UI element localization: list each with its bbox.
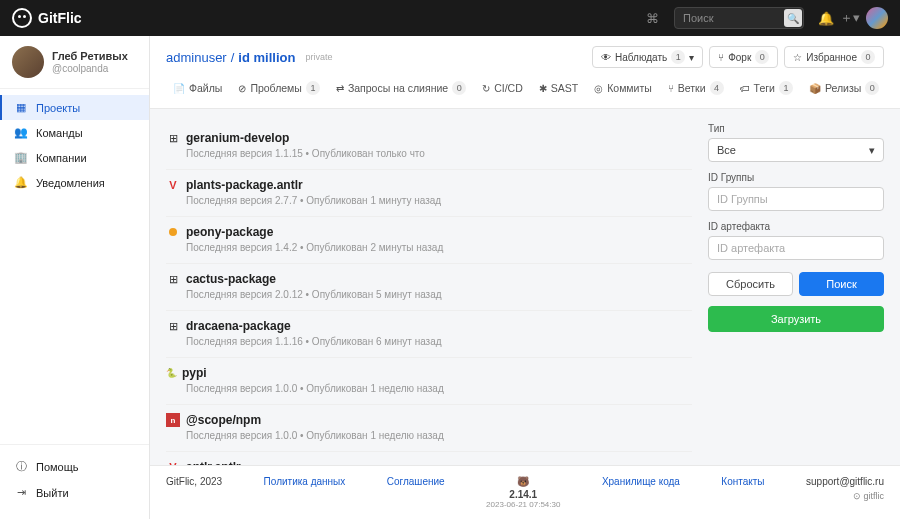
tab-icon: 🏷 (740, 83, 750, 94)
tab-count: 4 (710, 81, 724, 95)
filter-type-select[interactable]: Все ▾ (708, 138, 884, 162)
package-row[interactable]: V plants-package.antlr Последняя версия … (166, 170, 692, 217)
repo-name-link[interactable]: id million (238, 50, 295, 65)
tab-7[interactable]: 🏷Теги1 (733, 76, 800, 102)
brand[interactable]: GitFlic (12, 8, 82, 28)
package-row[interactable]: ⊞ geranium-develop Последняя версия 1.1.… (166, 123, 692, 170)
repo-owner-link[interactable]: adminuser (166, 50, 227, 65)
nav-icon: ⇥ (14, 486, 28, 499)
avatar-menu[interactable] (866, 7, 888, 29)
plus-icon[interactable]: ＋▾ (838, 6, 862, 30)
filters-panel: Тип Все ▾ ID Группы ID артефакта Сбросит… (708, 123, 884, 451)
sidebar-bottom: ⓘПомощь⇥Выйти (0, 444, 149, 519)
footer-contacts-link[interactable]: Контакты (721, 476, 764, 487)
package-row[interactable]: V antlr.antlr Последняя версия 2.7.7 • О… (166, 452, 692, 465)
sidebar-bottom-item-1[interactable]: ⇥Выйти (0, 480, 149, 505)
package-meta: Последняя версия 1.0.0 • Опубликован 1 н… (186, 383, 692, 394)
nav-icon: ⓘ (14, 459, 28, 474)
chevron-down-icon: ▾ (869, 144, 875, 157)
tab-4[interactable]: ✱SAST (532, 76, 585, 102)
fork-icon: ⑂ (718, 52, 724, 63)
tab-icon: ⑂ (668, 83, 674, 94)
package-row[interactable]: 🐍 pypi Последняя версия 1.0.0 • Опублико… (166, 358, 692, 405)
global-search-button[interactable]: 🔍 (784, 9, 802, 27)
bell-icon[interactable]: 🔔 (814, 6, 838, 30)
reset-button[interactable]: Сбросить (708, 272, 793, 296)
package-row[interactable]: ⊞ dracaena-package Последняя версия 1.1.… (166, 311, 692, 358)
maven-icon: V (166, 178, 180, 192)
filter-group-input[interactable] (708, 187, 884, 211)
tab-icon: 📦 (809, 83, 821, 94)
user-name: Глеб Ретивых (52, 50, 128, 63)
tab-3[interactable]: ↻CI/CD (475, 76, 530, 102)
npm-icon: n (166, 413, 180, 427)
repo-actions: 👁 Наблюдать 1 ▾ ⑂ Форк 0 ☆ Избранное 0 (592, 46, 884, 68)
tab-6[interactable]: ⑂Ветки4 (661, 76, 731, 102)
nav-label: Выйти (36, 487, 69, 499)
watch-button[interactable]: 👁 Наблюдать 1 ▾ (592, 46, 703, 68)
package-name: plants-package.antlr (186, 178, 303, 192)
tab-0[interactable]: 📄Файлы (166, 76, 229, 102)
sidebar-nav: ▦Проекты👥Команды🏢Компании🔔Уведомления (0, 89, 149, 201)
sidebar-item-0[interactable]: ▦Проекты (0, 95, 149, 120)
footer-copyright: GitFlic, 2023 (166, 476, 222, 487)
footer-storage-link[interactable]: Хранилище кода (602, 476, 680, 487)
footer-agreement-link[interactable]: Соглашение (387, 476, 445, 487)
footer-support-email[interactable]: support@gitflic.ru (806, 476, 884, 487)
topbar: GitFlic ⌘ 🔍 🔔 ＋▾ (0, 0, 900, 36)
tab-count: 0 (452, 81, 466, 95)
footer-policy-link[interactable]: Политика данных (264, 476, 346, 487)
sidebar-item-1[interactable]: 👥Команды (0, 120, 149, 145)
chevron-down-icon: ▾ (689, 52, 694, 63)
tab-5[interactable]: ◎Коммиты (587, 76, 659, 102)
fork-label: Форк (728, 52, 751, 63)
upload-button[interactable]: Загрузить (708, 306, 884, 332)
package-list: ⊞ geranium-develop Последняя версия 1.1.… (166, 123, 692, 451)
filter-group-label: ID Группы (708, 172, 884, 183)
user-avatar (12, 46, 44, 78)
tab-count: 1 (779, 81, 793, 95)
package-meta: Последняя версия 1.4.2 • Опубликован 2 м… (186, 242, 692, 253)
footer-github[interactable]: gitflic (863, 491, 884, 501)
package-meta: Последняя версия 2.0.12 • Опубликован 5 … (186, 289, 692, 300)
tab-1[interactable]: ⊘Проблемы1 (231, 76, 327, 102)
package-row[interactable]: peony-package Последняя версия 1.4.2 • О… (166, 217, 692, 264)
tab-label: Файлы (189, 82, 222, 94)
tab-8[interactable]: 📦Релизы0 (802, 76, 884, 102)
tab-icon: ⊘ (238, 83, 246, 94)
sidebar-item-2[interactable]: 🏢Компании (0, 145, 149, 170)
tab-icon: 📄 (173, 83, 185, 94)
package-row[interactable]: n @scope/npm Последняя версия 1.0.0 • Оп… (166, 405, 692, 452)
package-meta: Последняя версия 1.1.15 • Опубликован то… (186, 148, 692, 159)
sidebar-bottom-item-0[interactable]: ⓘПомощь (0, 453, 149, 480)
filter-search-button[interactable]: Поиск (799, 272, 884, 296)
user-block[interactable]: Глеб Ретивых @coolpanda (0, 36, 149, 89)
nav-icon: 🏢 (14, 151, 28, 164)
fork-button[interactable]: ⑂ Форк 0 (709, 46, 778, 68)
sidebar: Глеб Ретивых @coolpanda ▦Проекты👥Команды… (0, 36, 150, 519)
command-icon[interactable]: ⌘ (640, 6, 664, 30)
package-icon: ⊞ (166, 272, 180, 286)
repo-title: adminuser / id million private (166, 50, 332, 65)
fork-count: 0 (755, 50, 769, 64)
star-count: 0 (861, 50, 875, 64)
package-row[interactable]: ⊞ cactus-package Последняя версия 2.0.12… (166, 264, 692, 311)
package-icon: ⊞ (166, 131, 180, 145)
package-name: cactus-package (186, 272, 276, 286)
package-name: dracaena-package (186, 319, 291, 333)
footer-build-date: 2023-06-21 07:54:30 (486, 500, 560, 509)
star-button[interactable]: ☆ Избранное 0 (784, 46, 884, 68)
filter-artifact-input[interactable] (708, 236, 884, 260)
tab-icon: ↻ (482, 83, 490, 94)
watch-count: 1 (671, 50, 685, 64)
package-icon (166, 225, 180, 239)
brand-text: GitFlic (38, 10, 82, 26)
search-wrap: 🔍 (674, 7, 804, 29)
tab-label: Запросы на слияние (348, 82, 448, 94)
footer-center: 🐻 2.14.1 2023-06-21 07:54:30 (486, 476, 560, 509)
sidebar-item-3[interactable]: 🔔Уведомления (0, 170, 149, 195)
filter-type-value: Все (717, 144, 736, 156)
tab-2[interactable]: ⇄Запросы на слияние0 (329, 76, 473, 102)
brand-icon (12, 8, 32, 28)
package-name: @scope/npm (186, 413, 261, 427)
